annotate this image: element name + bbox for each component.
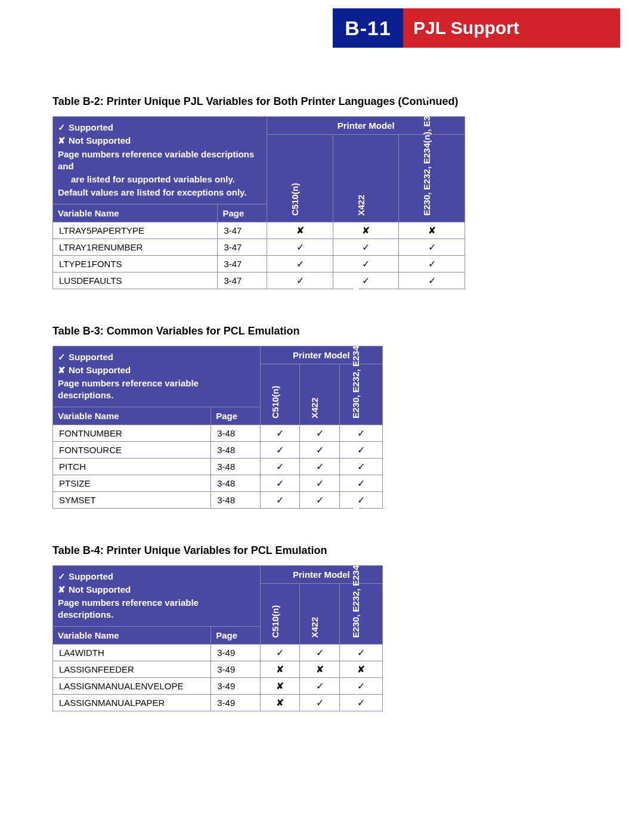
support-mark: ✓	[300, 677, 339, 694]
legend-not-supported: Not Supported	[69, 135, 131, 145]
cross-icon: ✘	[58, 364, 69, 376]
legend-cell: ✓Supported ✘Not Supported Page numbers r…	[53, 117, 267, 205]
col-c510n: C510(n)	[267, 135, 333, 222]
support-mark: ✓	[399, 239, 465, 255]
support-mark: ✘	[300, 661, 339, 677]
table-row: LUSDEFAULTS3-47✓✓✓	[53, 272, 465, 289]
variable-name-cell: LUSDEFAULTS	[53, 272, 218, 289]
page-cell: 3-48	[211, 441, 261, 458]
variable-name-cell: FONTSOURCE	[53, 441, 211, 458]
support-mark: ✓	[300, 475, 339, 491]
col-e-series: E230, E232, E234(n), E330, E332n	[399, 135, 465, 222]
legend-cell: ✓Supported ✘Not Supported Page numbers r…	[53, 565, 261, 626]
support-mark: ✘	[339, 661, 382, 677]
table-row: LASSIGNFEEDER3-49✘✘✘	[53, 661, 383, 677]
page-cell: 3-47	[218, 255, 267, 272]
support-mark: ✓	[399, 272, 465, 289]
legend-not-supported: Not Supported	[69, 584, 131, 594]
page-cell: 3-49	[211, 694, 261, 711]
col-c510n: C510(n)	[261, 364, 300, 425]
variable-name-cell: LTRAY1RENUMBER	[53, 239, 218, 255]
cross-icon: ✘	[58, 584, 69, 596]
page-header-col: Page	[211, 407, 261, 425]
support-mark: ✘	[267, 222, 333, 239]
variable-name-cell: LTYPE1FONTS	[53, 255, 218, 272]
table-row: LTRAY5PAPERTYPE3-47✘✘✘	[53, 222, 465, 239]
page-header-col: Page	[218, 204, 267, 222]
support-mark: ✓	[300, 694, 339, 711]
chapter-badge: B-11	[333, 8, 403, 48]
support-mark: ✓	[300, 491, 339, 508]
page-cell: 3-47	[218, 272, 267, 289]
variable-name-cell: LTRAY5PAPERTYPE	[53, 222, 218, 239]
legend-note-short: Page numbers reference variable descript…	[58, 597, 255, 621]
check-icon: ✓	[58, 571, 69, 583]
printer-model-header: Printer Model	[261, 346, 382, 364]
support-mark: ✓	[339, 694, 382, 711]
page-cell: 3-47	[218, 239, 267, 255]
table-b4-title: Table B-4: Printer Unique Variables for …	[52, 544, 465, 557]
table-row: LTRAY1RENUMBER3-47✓✓✓	[53, 239, 465, 255]
support-mark: ✓	[261, 491, 300, 508]
page-cell: 3-47	[218, 222, 267, 239]
support-mark: ✘	[261, 661, 300, 677]
printer-model-header: Printer Model	[261, 565, 382, 583]
support-mark: ✓	[339, 677, 382, 694]
legend-note-b: are listed for supported variables only.	[71, 174, 262, 185]
legend-note-short: Page numbers reference variable descript…	[58, 377, 255, 402]
page-header-col: Page	[211, 626, 261, 644]
table-b3: ✓Supported ✘Not Supported Page numbers r…	[52, 346, 383, 509]
variable-name-cell: FONTNUMBER	[53, 425, 211, 441]
support-mark: ✓	[339, 425, 382, 441]
page-cell: 3-48	[211, 475, 261, 491]
support-mark: ✓	[339, 475, 382, 491]
support-mark: ✓	[300, 425, 339, 441]
check-icon: ✓	[58, 351, 69, 363]
page-cell: 3-48	[211, 491, 261, 508]
table-b3-title: Table B-3: Common Variables for PCL Emul…	[52, 325, 465, 337]
table-b4: ✓Supported ✘Not Supported Page numbers r…	[52, 565, 383, 711]
support-mark: ✓	[300, 458, 339, 475]
chapter-number: B-11	[345, 17, 391, 40]
variable-name-cell: LA4WIDTH	[53, 644, 211, 661]
support-mark: ✓	[261, 644, 300, 661]
col-x422: X422	[333, 135, 399, 222]
col-x422: X422	[300, 583, 339, 644]
col-c510n: C510(n)	[261, 583, 300, 644]
support-mark: ✓	[267, 272, 333, 289]
support-mark: ✓	[300, 644, 339, 661]
table-row: LA4WIDTH3-49✓✓✓	[53, 644, 383, 661]
table-row: LASSIGNMANUALPAPER3-49✘✓✓	[53, 694, 383, 711]
variable-name-cell: LASSIGNFEEDER	[53, 661, 211, 677]
support-mark: ✓	[267, 239, 333, 255]
support-mark: ✘	[333, 222, 399, 239]
table-b2-title: Table B-2: Printer Unique PJL Variables …	[52, 95, 465, 108]
support-mark: ✓	[339, 441, 382, 458]
page-cell: 3-48	[211, 458, 261, 475]
support-mark: ✓	[300, 441, 339, 458]
table-row: PTSIZE3-48✓✓✓	[53, 475, 383, 491]
variable-name-cell: PTSIZE	[53, 475, 211, 491]
legend-note-c: Default values are listed for exceptions…	[58, 187, 262, 199]
col-e-series: E230, E232, E234(n), E330, E332n	[339, 364, 382, 425]
support-mark: ✓	[333, 239, 399, 255]
support-mark: ✓	[339, 458, 382, 475]
check-icon: ✓	[58, 122, 69, 134]
table-b2: ✓Supported ✘Not Supported Page numbers r…	[52, 116, 465, 289]
page-cell: 3-49	[211, 661, 261, 677]
table-row: FONTSOURCE3-48✓✓✓	[53, 441, 383, 458]
support-mark: ✘	[399, 222, 465, 239]
table-row: LTYPE1FONTS3-47✓✓✓	[53, 255, 465, 272]
cross-icon: ✘	[58, 135, 69, 147]
variable-name-header: Variable Name	[53, 626, 211, 644]
col-e-series: E230, E232, E234(n), E330, E332n	[339, 583, 382, 644]
col-x422: X422	[300, 364, 339, 425]
table-row: PITCH3-48✓✓✓	[53, 458, 383, 475]
legend-supported: Supported	[69, 122, 113, 132]
support-mark: ✓	[339, 644, 382, 661]
support-mark: ✘	[261, 694, 300, 711]
table-row: FONTNUMBER3-48✓✓✓	[53, 425, 383, 441]
page-header: PJL Support B-11	[0, 0, 644, 54]
support-mark: ✘	[261, 677, 300, 694]
legend-cell: ✓Supported ✘Not Supported Page numbers r…	[53, 346, 261, 407]
